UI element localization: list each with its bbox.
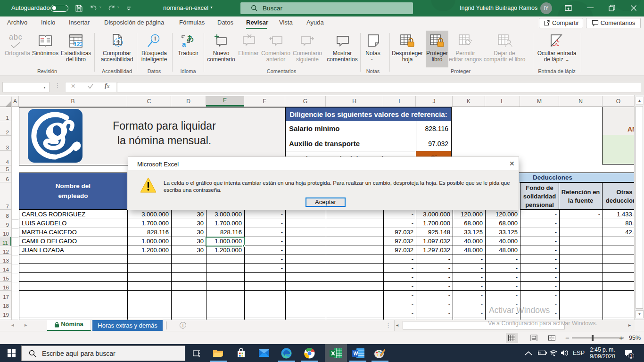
svg-text:あ: あ xyxy=(187,34,194,42)
svg-text:123: 123 xyxy=(74,41,83,48)
svg-text:a: a xyxy=(182,40,186,48)
